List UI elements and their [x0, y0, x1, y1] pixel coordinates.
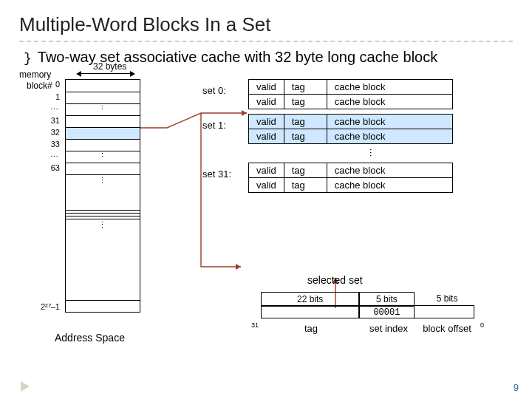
set-label: set 31:: [202, 168, 231, 180]
page-number: 9: [514, 382, 519, 393]
page-title: Multiple-Word Blocks In a Set: [19, 13, 513, 36]
field-index: set index: [361, 323, 417, 334]
offset-width: 5 bits: [414, 292, 474, 307]
tag-width: 22 bits: [261, 292, 360, 307]
divider: [19, 41, 513, 42]
index-field: 00001: [358, 305, 415, 318]
set-label: set 1:: [202, 120, 226, 131]
memory-column: 32 bytes 0 1 ⋮… 31 32 33 ⋮… 63 ⋮ ⋮ 2²⁷–1: [19, 72, 155, 313]
tag-field: [261, 305, 360, 318]
memory-width: 32 bytes: [93, 61, 126, 72]
set-label: set 0:: [202, 85, 226, 96]
field-offset: block offset: [417, 323, 477, 334]
address-breakdown: 22 bits 5 bits 5 bits 00001 31 0 tag set…: [262, 292, 477, 335]
bullet-icon: }: [24, 51, 32, 66]
play-icon: [21, 381, 30, 392]
cache-sets: set 0: validtagcache block validtagcache…: [248, 79, 453, 197]
lsb-label: 0: [480, 321, 484, 329]
cache-set-0: set 0: validtagcache block validtagcache…: [248, 79, 453, 109]
svg-marker-0: [242, 110, 247, 116]
offset-field: [414, 305, 474, 318]
index-width: 5 bits: [358, 292, 415, 307]
vdots-icon: …: [367, 148, 378, 160]
diagram-stage: memory block# 32 bytes 0 1 ⋮… 31 32 33 ⋮…: [19, 67, 511, 378]
cache-set-31: set 31: validtagcache block validtagcach…: [248, 163, 453, 193]
cache-set-1: set 1: validtagcache block validtagcache…: [248, 114, 453, 144]
selected-set-label: selected set: [307, 274, 363, 286]
svg-marker-1: [236, 264, 241, 270]
field-tag: tag: [262, 323, 361, 334]
address-space-label: Address Space: [55, 332, 125, 344]
msb-label: 31: [251, 321, 259, 329]
